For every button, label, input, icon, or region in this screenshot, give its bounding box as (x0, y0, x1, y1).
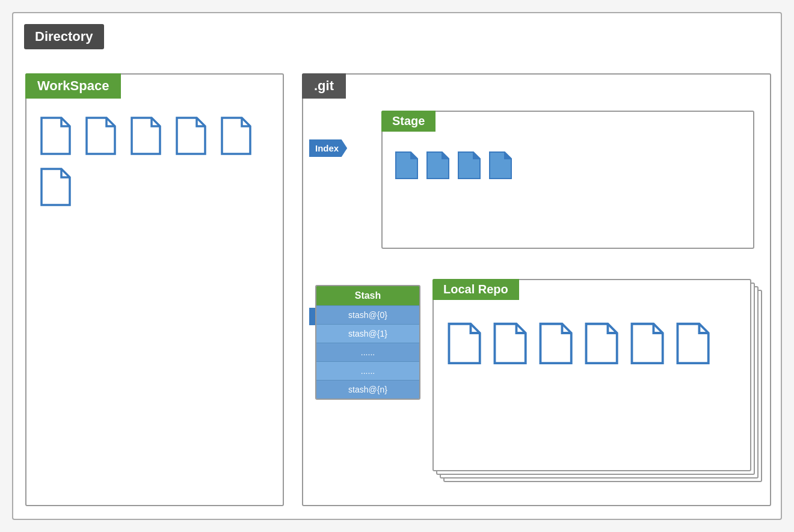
workspace-file-2 (84, 117, 117, 156)
repo-file-4 (583, 322, 619, 368)
stash-row-1: stash@{1} (316, 324, 419, 343)
stash-row-3: ...... (316, 361, 419, 380)
stash-row-2: ...... (316, 343, 419, 361)
repo-file-6 (674, 322, 710, 368)
workspace-file-6 (38, 168, 72, 207)
repo-file-5 (629, 322, 665, 368)
stage-file-3 (457, 151, 481, 182)
local-repo-panel: Local Repo (432, 279, 751, 471)
outer-container: Directory WorkSpace (12, 12, 782, 520)
workspace-file-3 (129, 117, 162, 156)
index-arrow: Index (309, 139, 347, 157)
stage-file-4 (488, 151, 512, 182)
stash-panel: Stash stash@{0} stash@{1} ...... ...... … (315, 285, 420, 400)
stage-file-1 (395, 151, 419, 182)
stage-panel: Stage (381, 111, 754, 249)
repo-file-3 (537, 322, 573, 368)
workspace-panel: WorkSpace (25, 73, 284, 506)
workspace-label: WorkSpace (25, 73, 121, 99)
local-repo-label: Local Repo (432, 279, 519, 300)
repo-file-1 (446, 322, 482, 368)
stash-row-0: stash@{0} (316, 305, 419, 324)
workspace-file-5 (219, 117, 252, 156)
git-label: .git (302, 73, 346, 99)
workspace-files (26, 105, 283, 219)
stage-file-2 (426, 151, 450, 182)
workspace-file-4 (174, 117, 207, 156)
stash-row-n: stash@{n} (316, 380, 419, 399)
directory-label: Directory (24, 24, 104, 49)
repo-file-2 (491, 322, 528, 368)
stash-header: Stash (316, 286, 419, 305)
local-repo-stack: Local Repo (432, 279, 751, 483)
stage-label: Stage (381, 111, 435, 132)
local-repo-files (434, 313, 750, 377)
workspace-file-1 (38, 117, 72, 156)
stage-files (383, 142, 753, 191)
git-panel: .git Index Stage (302, 73, 771, 506)
